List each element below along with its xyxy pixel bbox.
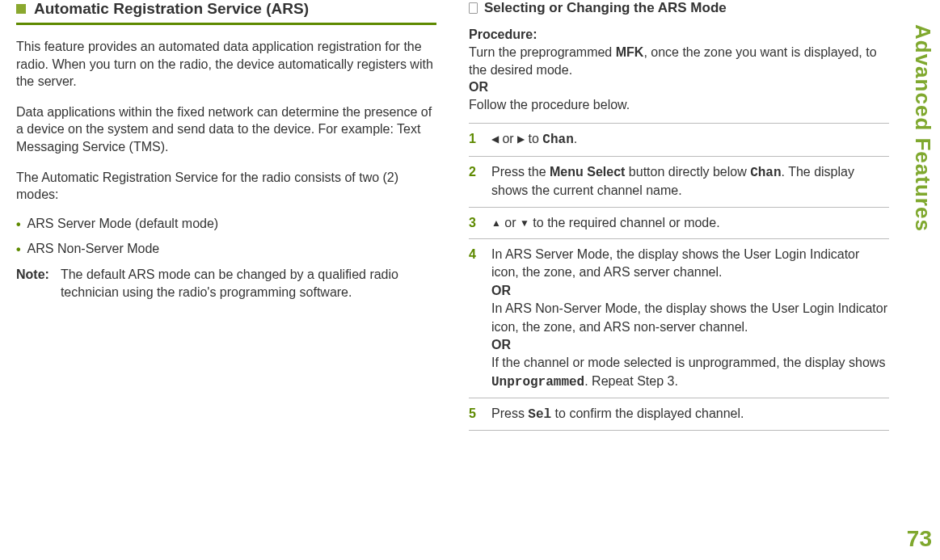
or-label: OR (491, 282, 889, 300)
bullet-item: • ARS Server Mode (default mode) (16, 217, 436, 234)
text-fragment: Press (491, 406, 528, 420)
step-number: 5 (469, 405, 480, 423)
step-body: ▲ or ▼ to the required channel or mode. (491, 214, 889, 232)
steps-list: 1 ◀ or ▶ to Chan. 2 Press the Menu Selec… (469, 123, 889, 431)
step-body: Press the Menu Select button directly be… (491, 163, 889, 200)
text-fragment: Press the (491, 165, 550, 179)
paragraph: Data applications within the fixed netwo… (16, 103, 436, 156)
chan-label: Chan (542, 133, 573, 147)
text-fragment: . Repeat Step 3. (584, 374, 678, 388)
section-title: Automatic Registration Service (ARS) (34, 0, 309, 18)
chan-label: Chan (750, 166, 781, 180)
bullet-item: • ARS Non-Server Mode (16, 242, 436, 259)
text-fragment: In ARS Server Mode, the display shows th… (491, 246, 889, 282)
procedure-text: Follow the procedure below. (469, 96, 889, 114)
text-fragment: If the channel or mode selected is unpro… (491, 356, 885, 369)
text-fragment: Turn the preprogrammed (469, 45, 616, 59)
two-column-layout: Automatic Registration Service (ARS) Thi… (16, 0, 908, 431)
text-fragment: or (501, 216, 520, 229)
subsection-title-row: Selecting or Changing the ARS Mode (469, 0, 889, 16)
text-fragment: button directly below (625, 165, 750, 179)
text-fragment: to the required channel or mode. (529, 216, 720, 229)
step-row: 2 Press the Menu Select button directly … (469, 157, 889, 208)
left-arrow-icon: ◀ (491, 133, 499, 146)
step-body: In ARS Server Mode, the display shows th… (491, 246, 889, 391)
text-fragment: to (525, 132, 542, 145)
text-fragment: In ARS Non-Server Mode, the display show… (491, 300, 889, 336)
section-title-row: Automatic Registration Service (ARS) (16, 0, 436, 18)
page-icon (469, 2, 478, 14)
unprogrammed-label: Unprogrammed (491, 375, 584, 389)
right-column: Selecting or Changing the ARS Mode Proce… (469, 0, 889, 431)
step-body: Press Sel to confirm the displayed chann… (491, 405, 889, 423)
step-row: 4 In ARS Server Mode, the display shows … (469, 239, 889, 398)
or-label: OR (469, 78, 889, 96)
bullet-text: ARS Non-Server Mode (27, 242, 160, 256)
step-number: 4 (469, 246, 480, 391)
bullet-dot-icon: • (16, 217, 21, 234)
sel-label: Sel (528, 407, 551, 422)
menu-select-label: Menu Select (550, 165, 625, 179)
page-number: 73 (907, 526, 932, 552)
text-fragment: or (499, 132, 517, 145)
step-number: 2 (469, 163, 480, 200)
step-row: 3 ▲ or ▼ to the required channel or mode… (469, 208, 889, 239)
text-fragment: If the channel or mode selected is unpro… (491, 354, 889, 391)
text-fragment: to confirm the displayed channel. (551, 406, 744, 420)
note-text: The default ARS mode can be changed by a… (61, 266, 436, 301)
mfk-label: MFK (616, 45, 644, 59)
side-section-title: Advanced Features (910, 24, 935, 232)
procedure-text: Turn the preprogrammed MFK, once the zon… (469, 44, 889, 78)
step-body: ◀ or ▶ to Chan. (491, 130, 889, 149)
note-block: Note: The default ARS mode can be change… (16, 266, 436, 301)
step-row: 5 Press Sel to confirm the displayed cha… (469, 398, 889, 431)
procedure-label: Procedure: (469, 27, 889, 42)
step-row: 1 ◀ or ▶ to Chan. (469, 123, 889, 156)
right-arrow-icon: ▶ (517, 133, 525, 146)
bullet-dot-icon: • (16, 242, 21, 259)
page: Advanced Features 73 Automatic Registrat… (0, 0, 940, 560)
left-column: Automatic Registration Service (ARS) Thi… (16, 0, 436, 431)
or-label: OR (491, 336, 889, 354)
subsection-title: Selecting or Changing the ARS Mode (484, 0, 727, 16)
text-fragment: . (574, 132, 577, 145)
down-arrow-icon: ▼ (520, 217, 529, 230)
section-divider (16, 23, 436, 25)
square-bullet-icon (16, 4, 26, 14)
paragraph: This feature provides an automated data … (16, 38, 436, 91)
note-label: Note: (16, 266, 49, 301)
step-number: 3 (469, 214, 480, 232)
bullet-text: ARS Server Mode (default mode) (27, 217, 219, 231)
up-arrow-icon: ▲ (491, 217, 501, 230)
paragraph: The Automatic Registration Service for t… (16, 169, 436, 204)
step-number: 1 (469, 130, 480, 149)
